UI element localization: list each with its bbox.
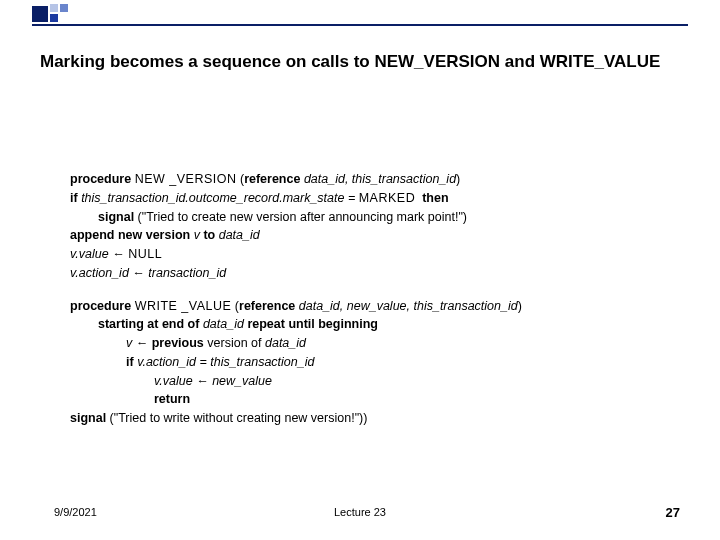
deco-square-mid (50, 14, 58, 22)
nv-append: append new version v to data_id (70, 226, 660, 245)
wv-assign: v.value ← new_value (70, 372, 660, 391)
deco-square-large (32, 6, 48, 22)
wv-signal: signal ("Tried to write without creating… (70, 409, 660, 428)
wv-loop: starting at end of data_id repeat until … (70, 315, 660, 334)
nv-header: procedure NEW _VERSION (reference data_i… (70, 170, 660, 189)
wv-header: procedure WRITE _VALUE (reference data_i… (70, 297, 660, 316)
nv-assign2: v.action_id ← transaction_id (70, 264, 660, 283)
header-decoration (0, 0, 720, 36)
nv-if: if this_transaction_id.outcome_record.ma… (70, 189, 660, 208)
wv-return: return (70, 390, 660, 409)
footer-lecture: Lecture 23 (0, 506, 720, 518)
wv-prev: v ← previous version of data_id (70, 334, 660, 353)
slide-title: Marking becomes a sequence on calls to N… (40, 52, 690, 72)
nv-assign1: v.value ← NULL (70, 245, 660, 264)
nv-signal: signal ("Tried to create new version aft… (70, 208, 660, 227)
slide-body: procedure NEW _VERSION (reference data_i… (70, 170, 660, 428)
deco-square-right (60, 4, 68, 12)
footer-page: 27 (666, 505, 680, 520)
header-rule (32, 24, 688, 26)
wv-if: if v.action_id = this_transaction_id (70, 353, 660, 372)
deco-square-light (50, 4, 58, 12)
